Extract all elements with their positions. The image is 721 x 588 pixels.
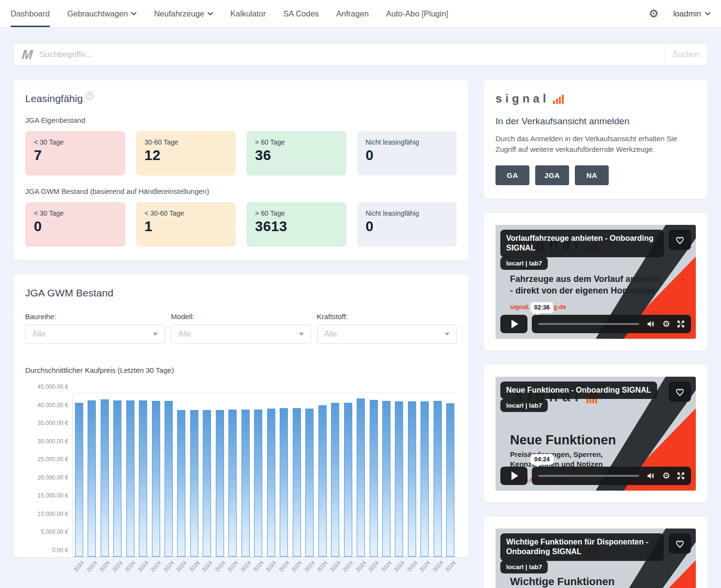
x-tick-label: 2024 <box>252 559 265 573</box>
bar <box>177 410 185 557</box>
search-button[interactable]: Suchen <box>664 44 707 65</box>
x-tick-label: 2024 <box>137 559 150 573</box>
tile-value: 0 <box>366 147 449 163</box>
nav-item-kalkulator[interactable]: Kalkulator <box>230 0 266 27</box>
nav-item-dashboard[interactable]: Dashboard <box>11 0 50 27</box>
x-tick-label: 2024 <box>329 559 342 573</box>
bar <box>101 399 109 557</box>
bar <box>446 403 454 557</box>
chevron-down-icon <box>208 12 213 15</box>
play-icon <box>511 320 518 328</box>
filter-kraftstoff: Kraftstoff: Alle <box>317 312 457 344</box>
tile-nicht-leasingfaehig: Nicht leasingfähig 0 <box>357 131 457 176</box>
y-tick-label: 35.000,00 € <box>38 420 68 426</box>
video-thumbnail[interactable]: signal Wichtige Funktionen für Disponent… <box>496 529 696 588</box>
signal-bars-icon <box>553 95 564 104</box>
video-card-neue-funktionen: signal Neue Funktionen - Onboarding SIGN… <box>484 365 707 502</box>
play-icon <box>511 471 518 480</box>
fullscreen-icon[interactable] <box>677 472 685 480</box>
nav-item-auto-abo[interactable]: Auto-Abo [Plugin] <box>386 0 448 27</box>
fullscreen-icon[interactable] <box>677 320 685 328</box>
bar <box>305 409 314 557</box>
nav-item-neufahrzeuge[interactable]: Neufahrzeuge <box>154 0 213 27</box>
kraftstoff-select[interactable]: Alle <box>317 324 457 344</box>
section-heading-gwm: JGA GWM Bestand (basierend auf Händlerei… <box>25 187 457 195</box>
x-tick-label: 2024 <box>278 559 290 573</box>
favorite-heart-icon[interactable] <box>669 533 691 554</box>
tile-value: 36 <box>255 147 338 163</box>
kaufpreis-chart: 45.000,00 €40.000,00 €35.000,00 €30.000,… <box>25 394 457 557</box>
bar <box>382 401 391 557</box>
favorite-heart-icon[interactable] <box>669 230 691 250</box>
signal-logo: signal <box>496 93 696 104</box>
jga-button[interactable]: JGA <box>535 165 569 185</box>
x-tick-label: 2024 <box>290 559 303 573</box>
video-thumbnail[interactable]: signal Vorlauffahrzeuge anbieten - Onboa… <box>496 225 696 339</box>
tile-value: 1 <box>145 219 227 235</box>
baureihe-select[interactable]: Alle <box>25 324 165 344</box>
tile-nicht-leasingfaehig: Nicht leasingfähig 0 <box>357 202 457 247</box>
settings-gear-icon[interactable]: ⚙ <box>649 8 659 19</box>
modell-select[interactable]: Alle <box>171 324 311 344</box>
chart-y-axis: 45.000,00 €40.000,00 €35.000,00 €30.000,… <box>25 394 72 557</box>
x-tick-label: 2024 <box>188 559 200 573</box>
na-button[interactable]: NA <box>575 165 609 185</box>
bar <box>370 400 378 557</box>
bar <box>126 400 135 557</box>
help-icon[interactable]: ? <box>86 92 93 100</box>
filter-modell: Modell: Alle <box>171 312 311 344</box>
y-tick-label: 5.000,00 € <box>41 529 68 535</box>
search-input[interactable] <box>40 50 665 59</box>
play-button[interactable] <box>500 315 527 333</box>
y-tick-label: 10.000,00 € <box>38 511 68 517</box>
video-controls: ⚙ <box>500 315 691 333</box>
tile-gt60: > 60 Tage 3613 <box>246 202 346 247</box>
x-tick-label: 2024 <box>265 559 277 573</box>
bar <box>88 400 96 557</box>
video-badge: locarl | lab7 <box>500 560 548 573</box>
play-button[interactable] <box>500 467 527 485</box>
volume-icon[interactable] <box>646 320 656 328</box>
progress-bar[interactable] <box>538 323 639 325</box>
bar <box>139 400 147 557</box>
x-tick-label: 2024 <box>367 559 380 573</box>
volume-icon[interactable] <box>646 471 656 480</box>
bestand-card-title: JGA GWM Bestand <box>25 287 457 299</box>
settings-gear-icon[interactable]: ⚙ <box>662 320 670 328</box>
tile-row-eigenbestand: < 30 Tage 7 30-60 Tage 12 > 60 Tage 36 N… <box>25 131 457 176</box>
bar <box>357 398 365 557</box>
chart-plot: 2024202420242024202420242024202420242024… <box>72 394 457 557</box>
video-card-disponenten: signal Wichtige Funktionen für Disponent… <box>484 517 707 588</box>
favorite-heart-icon[interactable] <box>669 382 691 402</box>
x-tick-label: 2024 <box>342 559 354 573</box>
filter-baureihe: Baureihe: Alle <box>25 312 165 344</box>
x-tick-label: 2024 <box>444 559 457 573</box>
nav-item-sa-codes[interactable]: SA Codes <box>283 0 318 27</box>
bar <box>190 410 198 557</box>
video-thumbnail[interactable]: signal Neue Funktionen - Onboarding SIGN… <box>496 377 696 491</box>
bar <box>344 403 352 557</box>
ga-button[interactable]: GA <box>496 165 529 185</box>
tile-value: 12 <box>145 147 227 163</box>
tile-value: 0 <box>34 219 117 235</box>
bar <box>421 401 429 557</box>
tile-gt60: > 60 Tage 36 <box>246 131 346 176</box>
bar <box>254 410 262 557</box>
bar <box>203 410 211 557</box>
chevron-down-icon <box>131 12 136 15</box>
settings-gear-icon[interactable]: ⚙ <box>662 471 670 480</box>
x-tick-label: 2024 <box>406 559 418 573</box>
chevron-down-icon <box>705 12 710 15</box>
tile-row-gwm: < 30 Tage 0 < 30-60 Tage 1 > 60 Tage 361… <box>25 202 457 247</box>
progress-bar[interactable] <box>538 475 639 477</box>
x-tick-label: 2024 <box>162 559 175 573</box>
tile-lt30: < 30 Tage 7 <box>25 131 125 176</box>
nav-item-gebrauchtwagen[interactable]: Gebrauchtwagen <box>67 0 137 27</box>
bar <box>228 410 237 557</box>
user-menu[interactable]: loadmin <box>673 9 710 18</box>
caret-down-icon <box>153 333 158 336</box>
x-tick-label: 2024 <box>239 559 252 573</box>
nav-item-anfragen[interactable]: Anfragen <box>336 0 369 27</box>
y-tick-label: 20.000,00 € <box>38 474 68 481</box>
leasing-card-title: Leasingfähig ? <box>25 93 457 104</box>
